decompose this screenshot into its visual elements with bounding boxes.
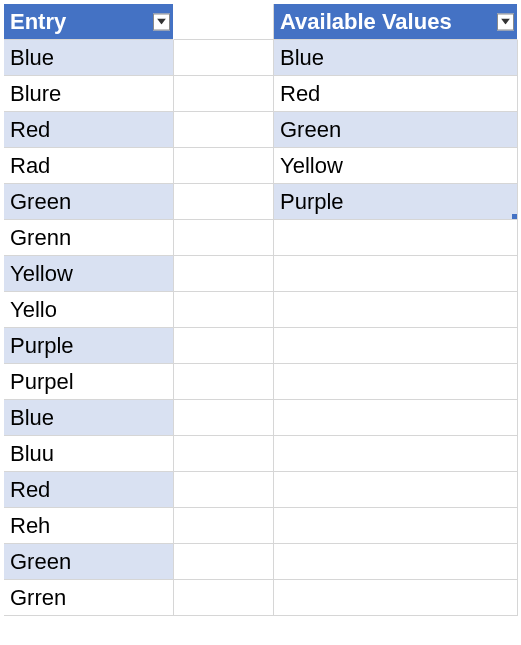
empty-cell[interactable] xyxy=(274,328,518,364)
entry-cell[interactable]: Blue xyxy=(4,400,174,436)
entry-cell[interactable]: Purpel xyxy=(4,364,174,400)
cell-text: Red xyxy=(10,477,50,502)
empty-cell[interactable] xyxy=(274,508,518,544)
entry-cell[interactable]: Rad xyxy=(4,148,174,184)
empty-cell[interactable] xyxy=(174,256,274,292)
cell-text: Yello xyxy=(10,297,57,322)
header-available-label: Available Values xyxy=(280,9,452,34)
cell-text: Purpel xyxy=(10,369,74,394)
empty-cell[interactable] xyxy=(274,580,518,616)
column-entry: Entry Blue Blure Red Rad Green Grenn Yel… xyxy=(4,4,174,616)
available-cell[interactable]: Green xyxy=(274,112,518,148)
empty-cell[interactable] xyxy=(274,364,518,400)
header-available[interactable]: Available Values xyxy=(274,4,518,40)
cell-text: Reh xyxy=(10,513,50,538)
entry-cell[interactable]: Reh xyxy=(4,508,174,544)
empty-cell[interactable] xyxy=(174,148,274,184)
cell-text: Blue xyxy=(280,45,324,70)
cell-text: Rad xyxy=(10,153,50,178)
available-cell[interactable]: Yellow xyxy=(274,148,518,184)
empty-cell[interactable] xyxy=(174,184,274,220)
entry-cell[interactable]: Green xyxy=(4,184,174,220)
available-cell[interactable]: Blue xyxy=(274,40,518,76)
cell-text: Blure xyxy=(10,81,61,106)
cell-text: Grren xyxy=(10,585,66,610)
cell-text: Blue xyxy=(10,45,54,70)
entry-cell[interactable]: Purple xyxy=(4,328,174,364)
empty-cell[interactable] xyxy=(174,436,274,472)
cell-text: Green xyxy=(10,549,71,574)
empty-cell[interactable] xyxy=(174,4,274,40)
empty-cell[interactable] xyxy=(174,472,274,508)
empty-cell[interactable] xyxy=(174,580,274,616)
cell-text: Bluu xyxy=(10,441,54,466)
cell-text: Red xyxy=(10,117,50,142)
cell-text: Yellow xyxy=(10,261,73,286)
entry-cell[interactable]: Blue xyxy=(4,40,174,76)
cell-text: Green xyxy=(280,117,341,142)
spreadsheet-grid: Entry Blue Blure Red Rad Green Grenn Yel… xyxy=(4,4,517,616)
filter-dropdown-icon[interactable] xyxy=(497,13,514,30)
entry-cell[interactable]: Red xyxy=(4,472,174,508)
entry-cell[interactable]: Blure xyxy=(4,76,174,112)
empty-cell[interactable] xyxy=(174,328,274,364)
empty-cell[interactable] xyxy=(174,400,274,436)
column-available: Available Values Blue Red Green Yellow P… xyxy=(274,4,518,616)
available-cell[interactable]: Red xyxy=(274,76,518,112)
empty-cell[interactable] xyxy=(274,292,518,328)
cell-text: Red xyxy=(280,81,320,106)
empty-cell[interactable] xyxy=(174,112,274,148)
header-entry-label: Entry xyxy=(10,9,66,34)
empty-cell[interactable] xyxy=(274,436,518,472)
filter-dropdown-icon[interactable] xyxy=(153,13,170,30)
entry-cell[interactable]: Yellow xyxy=(4,256,174,292)
available-cell[interactable]: Purple xyxy=(274,184,518,220)
empty-cell[interactable] xyxy=(274,400,518,436)
entry-cell[interactable]: Grenn xyxy=(4,220,174,256)
empty-cell[interactable] xyxy=(174,292,274,328)
cell-text: Purple xyxy=(10,333,74,358)
cell-text: Green xyxy=(10,189,71,214)
entry-cell[interactable]: Red xyxy=(4,112,174,148)
empty-cell[interactable] xyxy=(274,472,518,508)
empty-cell[interactable] xyxy=(174,508,274,544)
entry-cell[interactable]: Grren xyxy=(4,580,174,616)
cell-text: Grenn xyxy=(10,225,71,250)
entry-cell[interactable]: Bluu xyxy=(4,436,174,472)
cell-text: Purple xyxy=(280,189,344,214)
entry-cell[interactable]: Yello xyxy=(4,292,174,328)
header-entry[interactable]: Entry xyxy=(4,4,174,40)
empty-cell[interactable] xyxy=(174,220,274,256)
cell-text: Blue xyxy=(10,405,54,430)
column-gap xyxy=(174,4,274,616)
empty-cell[interactable] xyxy=(174,544,274,580)
empty-cell[interactable] xyxy=(174,364,274,400)
empty-cell[interactable] xyxy=(174,40,274,76)
empty-cell[interactable] xyxy=(274,220,518,256)
empty-cell[interactable] xyxy=(174,76,274,112)
empty-cell[interactable] xyxy=(274,544,518,580)
entry-cell[interactable]: Green xyxy=(4,544,174,580)
cell-text: Yellow xyxy=(280,153,343,178)
empty-cell[interactable] xyxy=(274,256,518,292)
